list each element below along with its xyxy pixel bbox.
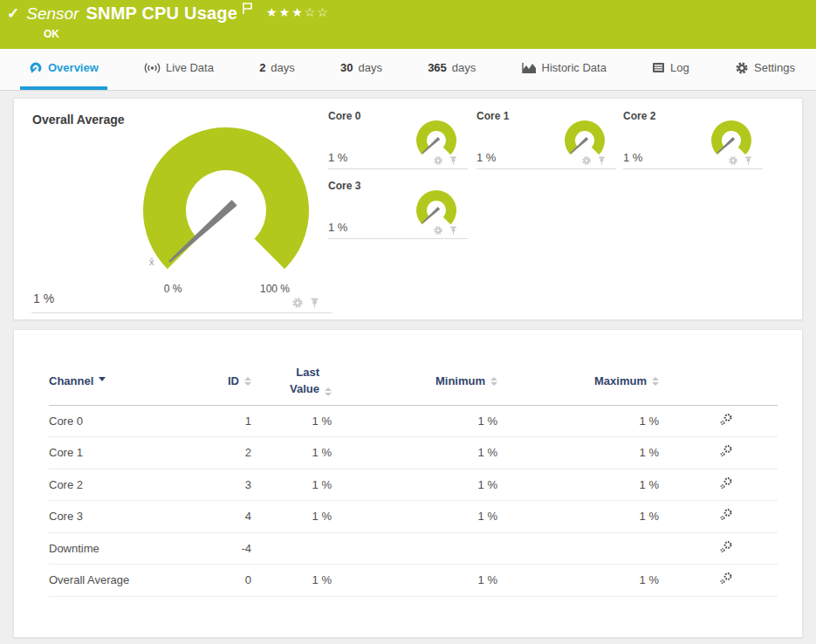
tab-bar: Overview Live Data 2days 30days 365days … [0, 49, 816, 91]
divider [31, 312, 333, 313]
channel-last-value: 1 % [251, 573, 332, 586]
pin-icon[interactable] [449, 155, 458, 166]
gauge-settings-gear-icon[interactable] [581, 155, 592, 166]
overall-average-gauge [121, 106, 331, 280]
core-3-gauge-cell: Core 3 1 % [328, 180, 468, 239]
divider [328, 168, 468, 169]
col-header-maximum[interactable]: Maximum [497, 374, 659, 387]
star-filled-icon[interactable]: ★ [291, 5, 305, 19]
channel-name: Core 2 [49, 478, 197, 491]
channel-last-value: 1 % [251, 510, 332, 523]
channel-maximum: 1 % [497, 478, 659, 491]
historic-data-icon [522, 61, 537, 74]
col-header-id[interactable]: ID [197, 374, 251, 387]
status-badge: OK [44, 28, 59, 40]
table-row: Core 0 1 1 % 1 % 1 % [49, 406, 778, 438]
settings-gear-icon [735, 61, 749, 75]
channel-minimum: 1 % [332, 478, 497, 491]
channel-id: 3 [197, 478, 251, 491]
sort-desc-icon [99, 377, 106, 381]
channels-panel: Channel ID Last Value Minimum Maximum Co… [13, 329, 803, 638]
core-2-gauge-cell: Core 2 1 % [623, 110, 763, 169]
sort-icon [652, 377, 659, 386]
channel-id: 0 [197, 573, 251, 586]
table-header-row: Channel ID Last Value Minimum Maximum [49, 365, 778, 406]
gauge-max-label: 100 % [244, 283, 305, 295]
table-row: Core 1 2 1 % 1 % 1 % [49, 437, 778, 469]
star-empty-icon[interactable]: ☆ [317, 5, 330, 19]
channel-maximum: 1 % [497, 573, 659, 586]
core-gauge-value: 1 % [328, 151, 347, 164]
channel-maximum: 1 % [497, 414, 659, 428]
sort-icon [325, 387, 332, 396]
priority-stars[interactable]: ★★★☆☆ [266, 5, 330, 19]
pin-icon[interactable] [309, 297, 320, 309]
channel-name: Downtime [49, 542, 197, 555]
gauge-icon [29, 61, 43, 75]
core-0-gauge-cell: Core 0 1 % [328, 110, 468, 169]
live-data-icon [144, 62, 161, 74]
tab-2-days[interactable]: 2days [250, 49, 304, 90]
core-gauge-value: 1 % [623, 151, 642, 164]
channel-settings-icon[interactable] [718, 412, 734, 428]
table-row: Downtime -4 [49, 533, 778, 565]
overall-gauge-value: 1 % [33, 291, 54, 305]
gauge-settings-gear-icon[interactable] [291, 297, 304, 309]
core-gauge-value: 1 % [477, 151, 496, 164]
channel-id: 2 [197, 446, 251, 459]
channel-minimum: 1 % [332, 510, 497, 523]
col-header-minimum[interactable]: Minimum [332, 374, 497, 387]
gauge-settings-gear-icon[interactable] [433, 155, 443, 166]
channel-settings-icon[interactable] [718, 507, 734, 523]
divider [477, 168, 616, 169]
table-row: Core 3 4 1 % 1 % 1 % [49, 501, 778, 533]
object-kind-label: Sensor [26, 4, 79, 24]
channel-table: Channel ID Last Value Minimum Maximum Co… [49, 365, 778, 597]
sort-icon [244, 377, 251, 386]
channel-name: Core 1 [49, 446, 197, 459]
channel-settings-icon[interactable] [718, 571, 734, 586]
core-gauge-title: Core 1 [477, 110, 509, 122]
tab-log[interactable]: Log [643, 49, 698, 90]
tab-overview[interactable]: Overview [20, 49, 107, 90]
channel-name: Core 3 [49, 510, 197, 523]
core-1-gauge-cell: Core 1 1 % [477, 110, 616, 169]
star-filled-icon[interactable]: ★ [266, 5, 279, 19]
core-gauge-value: 1 % [328, 221, 347, 234]
pin-icon[interactable] [449, 225, 458, 236]
channel-name: Overall Average [49, 573, 197, 586]
col-header-channel[interactable]: Channel [49, 374, 197, 387]
channel-settings-icon[interactable] [718, 443, 734, 459]
star-filled-icon[interactable]: ★ [279, 5, 292, 19]
channel-minimum: 1 % [332, 573, 497, 586]
channel-settings-icon[interactable] [718, 539, 734, 555]
tab-live-data[interactable]: Live Data [135, 49, 223, 90]
tab-365-days[interactable]: 365days [419, 49, 484, 90]
tab-settings[interactable]: Settings [726, 49, 804, 90]
tab-30-days[interactable]: 30days [332, 49, 391, 90]
sort-icon [490, 377, 497, 386]
star-empty-icon[interactable]: ☆ [305, 5, 318, 19]
core-gauge-title: Core 0 [328, 110, 360, 122]
table-row: Overall Average 0 1 % 1 % 1 % [49, 565, 778, 597]
channel-last-value: 1 % [251, 446, 332, 459]
channel-last-value: 1 % [251, 414, 332, 428]
channel-settings-icon[interactable] [718, 476, 734, 491]
status-check-icon: ✓ [7, 4, 19, 23]
gauge-settings-gear-icon[interactable] [433, 225, 443, 236]
channel-id: 4 [197, 510, 251, 523]
divider [328, 238, 468, 239]
channel-maximum: 1 % [497, 446, 659, 459]
gauge-settings-gear-icon[interactable] [728, 155, 738, 166]
average-marker: x̄ [149, 257, 154, 267]
pin-icon[interactable] [597, 155, 607, 166]
core-gauge-title: Core 2 [623, 110, 655, 122]
gauge-min-label: 0 % [142, 283, 203, 295]
pin-icon[interactable] [744, 155, 753, 166]
divider [623, 168, 763, 169]
channel-name: Core 0 [49, 414, 197, 428]
priority-flag-icon[interactable] [242, 2, 254, 18]
channel-maximum: 1 % [497, 510, 659, 523]
tab-historic-data[interactable]: Historic Data [513, 49, 615, 90]
col-header-last-value[interactable]: Last Value [251, 365, 332, 398]
